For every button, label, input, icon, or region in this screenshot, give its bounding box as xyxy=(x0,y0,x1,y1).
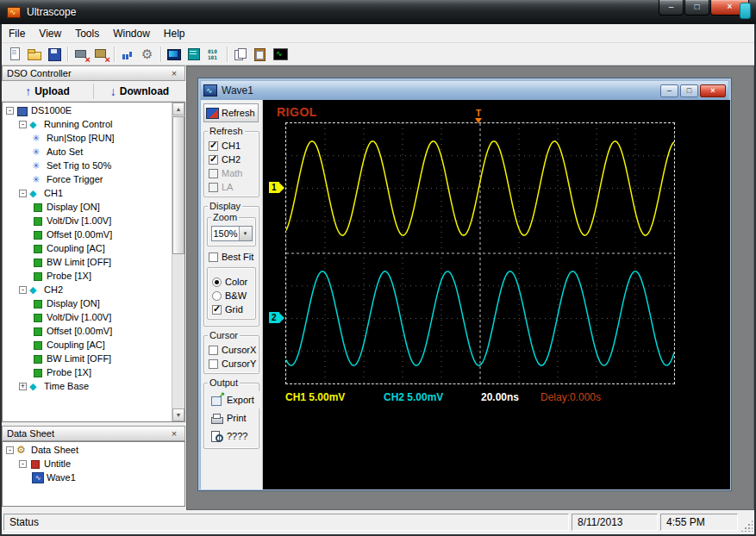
tree-item-force-trigger[interactable]: Force Trigger xyxy=(3,172,184,186)
maximize-button[interactable] xyxy=(684,0,709,16)
ch2-marker[interactable]: 2 xyxy=(269,311,284,325)
wave1-title-bar[interactable]: Wave1 xyxy=(201,81,728,100)
tree-item-ds1000e[interactable]: -DS1000E xyxy=(3,103,184,117)
ch2-checkbox[interactable]: CH2 xyxy=(204,153,259,166)
scroll-up-icon[interactable] xyxy=(172,103,184,115)
window-title: Ultrascope xyxy=(27,6,76,18)
wave1-minimize-button[interactable] xyxy=(660,84,678,97)
expander-icon[interactable]: - xyxy=(19,190,27,197)
expander-icon[interactable]: + xyxy=(19,383,27,390)
measure-display-icon[interactable] xyxy=(185,46,203,63)
title-bar[interactable]: Ultrascope xyxy=(0,0,756,24)
virtual-panel-icon[interactable] xyxy=(166,46,184,63)
expander-icon[interactable]: - xyxy=(19,286,27,294)
display-group: Display Zoom 150% Best Fit xyxy=(203,206,259,327)
options-gear-icon[interactable] xyxy=(139,46,157,63)
tree-item-auto-set[interactable]: Auto Set xyxy=(3,145,184,159)
color-radio[interactable]: Color xyxy=(208,275,255,289)
toolbar-separator xyxy=(67,47,69,62)
waveform-view-icon[interactable] xyxy=(272,46,290,63)
new-document-icon[interactable] xyxy=(6,46,24,63)
tree-item-set-trig-to-50[interactable]: Set Trig to 50% xyxy=(3,159,184,172)
expander-icon[interactable]: - xyxy=(6,446,14,454)
minimize-button[interactable] xyxy=(659,0,684,16)
tree-item-probe-1x[interactable]: Probe [1X] xyxy=(3,269,184,283)
dso-tree-scrollbar[interactable] xyxy=(172,103,184,421)
tree-item-volt-div-1-00v[interactable]: Volt/Div [1.00V] xyxy=(3,214,184,227)
menu-item-tools[interactable]: Tools xyxy=(68,25,106,42)
tree-item-bw-limit-off[interactable]: BW Limit [OFF] xyxy=(3,255,184,269)
export-button[interactable]: Export xyxy=(207,391,259,408)
delay-label: Delay:0.000s xyxy=(540,391,601,403)
preview-button[interactable]: ???? xyxy=(207,427,253,445)
scope-display: RIGOL T 1 2 CH1 5.00mV CH2 5.00mV 20.00n… xyxy=(263,100,730,489)
expander-icon[interactable]: - xyxy=(6,107,14,115)
resize-grip[interactable] xyxy=(740,520,753,532)
wave1-window[interactable]: Wave1 Refresh Refresh CH1CH2MathLA xyxy=(197,78,732,491)
panel-close-icon[interactable] xyxy=(168,428,180,439)
menu-item-window[interactable]: Window xyxy=(106,25,157,42)
wave1-maximize-button[interactable] xyxy=(680,84,698,97)
tree-item-offset-0-00mv[interactable]: Offset [0.00mV] xyxy=(3,324,184,338)
tree-item-untitle[interactable]: -Untitle xyxy=(3,457,184,471)
dock-handle[interactable] xyxy=(740,3,751,19)
tree-item-probe-1x[interactable]: Probe [1X] xyxy=(3,365,184,379)
expander-icon[interactable]: - xyxy=(19,460,27,468)
zoom-select[interactable]: 150% xyxy=(211,226,253,241)
tree-item-running-control[interactable]: -Running Control xyxy=(3,117,184,131)
tree-item-display-on[interactable]: Display [ON] xyxy=(3,200,184,214)
toolbar xyxy=(2,43,754,65)
menu-item-help[interactable]: Help xyxy=(157,25,192,42)
tree-item-run-stop-run[interactable]: Run|Stop [RUN] xyxy=(3,131,184,145)
menu-bar: FileViewToolsWindowHelp xyxy=(2,24,754,43)
refresh-button[interactable]: Refresh xyxy=(203,103,259,122)
print-icon xyxy=(210,412,223,424)
status-text: Status xyxy=(3,514,569,531)
tree-item-ch1[interactable]: -CH1 xyxy=(3,186,184,200)
ch1-checkbox[interactable]: CH1 xyxy=(204,139,259,153)
scope-plot xyxy=(285,122,675,384)
cursorx-checkbox[interactable]: CursorX xyxy=(204,343,259,357)
panel-close-icon[interactable] xyxy=(168,68,180,78)
save-icon[interactable] xyxy=(46,46,64,63)
expander-icon[interactable]: - xyxy=(19,121,27,128)
tree-item-bw-limit-off[interactable]: BW Limit [OFF] xyxy=(3,352,184,365)
connect-device-icon[interactable] xyxy=(72,46,91,63)
tree-item-time-base[interactable]: +Time Base xyxy=(3,379,184,393)
scroll-down-icon[interactable] xyxy=(172,408,184,421)
zoom-dropdown-arrow-icon[interactable] xyxy=(239,227,252,240)
tree-item-ch2[interactable]: -CH2 xyxy=(3,283,184,296)
green-square-icon xyxy=(32,298,43,309)
download-button[interactable]: ↓ Download xyxy=(94,81,185,101)
trigger-marker[interactable]: T xyxy=(473,109,484,123)
scrollbar-thumb[interactable] xyxy=(172,116,184,254)
tree-item-coupling-ac[interactable]: Coupling [AC] xyxy=(3,241,184,255)
counter-icon[interactable] xyxy=(119,46,137,63)
tree-item-coupling-ac[interactable]: Coupling [AC] xyxy=(3,338,184,352)
best-fit-checkbox[interactable]: Best Fit xyxy=(204,250,259,264)
menu-item-view[interactable]: View xyxy=(32,25,68,42)
bw-radio[interactable]: B&W xyxy=(208,289,255,302)
grid-checkbox[interactable]: Grid xyxy=(208,302,255,316)
upload-button[interactable]: ↑ Upload xyxy=(2,81,93,101)
green-square-icon xyxy=(32,326,43,337)
disconnect-device-icon[interactable] xyxy=(92,46,110,63)
print-button[interactable]: Print xyxy=(207,409,252,427)
menu-item-file[interactable]: File xyxy=(2,25,32,42)
binary-data-icon[interactable] xyxy=(205,46,223,63)
dso-controller-panel: DSO Controller ↑ Upload ↓ Download -DS10… xyxy=(2,65,185,422)
copy-icon[interactable] xyxy=(232,46,250,63)
toolbar-separator xyxy=(160,47,162,62)
tree-item-volt-div-1-00v[interactable]: Volt/Div [1.00V] xyxy=(3,310,184,324)
tree-item-offset-0-00mv[interactable]: Offset [0.00mV] xyxy=(3,227,184,241)
wave1-close-button[interactable] xyxy=(700,84,726,97)
tree-item-wave1[interactable]: Wave1 xyxy=(3,471,184,484)
wave1-control-strip: Refresh Refresh CH1CH2MathLA Display Zoo… xyxy=(201,100,263,489)
tree-item-display-on[interactable]: Display [ON] xyxy=(3,296,184,310)
ch1-marker[interactable]: 1 xyxy=(269,181,284,195)
open-file-icon[interactable] xyxy=(26,46,44,63)
data-sheet-title: Data Sheet xyxy=(7,428,54,439)
tree-item-data-sheet[interactable]: -Data Sheet xyxy=(3,443,184,457)
cursory-checkbox[interactable]: CursorY xyxy=(204,357,259,371)
paste-icon[interactable] xyxy=(252,46,270,63)
